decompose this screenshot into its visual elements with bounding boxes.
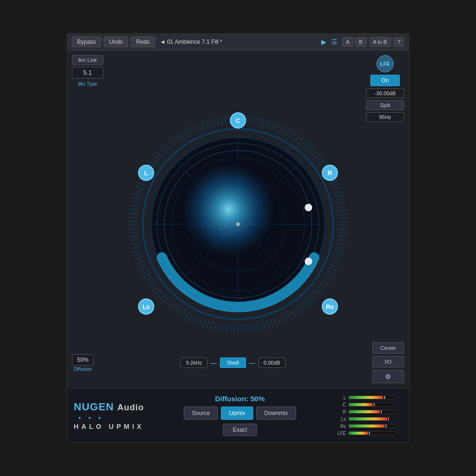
vu-peak-tick bbox=[381, 410, 382, 414]
channel-ls[interactable]: Ls bbox=[138, 298, 154, 315]
list-icon[interactable]: ☰ bbox=[331, 38, 337, 46]
vu-bar bbox=[349, 403, 373, 406]
exact-button[interactable]: Exact bbox=[223, 424, 257, 436]
vu-bar-container bbox=[348, 403, 396, 407]
source-button[interactable]: Source bbox=[184, 407, 218, 420]
channel-rs[interactable]: Rs bbox=[322, 298, 338, 315]
brand-gen: GEN bbox=[90, 401, 114, 413]
right-buttons: Center I/O ⚙ bbox=[372, 342, 404, 383]
gear-button[interactable]: ⚙ bbox=[372, 370, 404, 383]
lfe-on-button[interactable]: On bbox=[370, 75, 400, 86]
vu-bar-container bbox=[348, 431, 396, 435]
mode-buttons: Source Upmix Downmix bbox=[184, 407, 296, 420]
vu-peak-tick bbox=[374, 403, 375, 407]
eq-bar: 9.2kHz — Shelf — 0.00dB bbox=[180, 357, 285, 368]
arrow-right-icon: — bbox=[249, 359, 256, 367]
vu-bar bbox=[349, 432, 368, 435]
brand-halo: HALO UPMIX bbox=[74, 423, 144, 430]
undo-button[interactable]: Undo bbox=[104, 37, 128, 47]
vu-bar bbox=[349, 417, 387, 420]
mix-type-label: Mix Type bbox=[72, 81, 103, 87]
bottom-controls: 50% Diffusion 9.2kHz — Shelf — 0.00dB Ce… bbox=[72, 342, 404, 383]
svg-point-21 bbox=[305, 258, 312, 265]
channel-l[interactable]: L bbox=[138, 165, 154, 181]
eq-type-button[interactable]: Shelf bbox=[220, 357, 246, 368]
diffusion-readout: Diffusion: 50% bbox=[215, 395, 265, 403]
brand-name: NUGEN Audio bbox=[74, 401, 144, 413]
vu-row: L bbox=[336, 395, 402, 400]
lfe-panel: LFE On -30.00dB Split 95Hz bbox=[366, 55, 404, 122]
vu-label: C bbox=[336, 402, 346, 407]
vu-label: L bbox=[336, 395, 346, 400]
brand-area: NUGEN Audio • • • HALO UPMIX bbox=[74, 401, 144, 430]
vu-bar bbox=[349, 425, 385, 427]
vu-label: Ls bbox=[336, 416, 346, 422]
vu-label: R bbox=[336, 409, 346, 415]
vu-peak-tick bbox=[388, 417, 389, 421]
eq-freq: 9.2kHz bbox=[180, 357, 207, 368]
vu-row: LFE bbox=[336, 431, 402, 436]
diffusion-value: 50% bbox=[72, 354, 94, 366]
radar-container: C L R Ls Rs bbox=[124, 110, 352, 338]
toolbar: Bypass Undo Redo ◄ 01 Ambience 7.1 Fill … bbox=[67, 34, 409, 50]
upmix-button[interactable]: Upmix bbox=[221, 407, 253, 420]
vu-bar-container bbox=[348, 417, 396, 421]
atob-button[interactable]: A to B bbox=[369, 37, 391, 47]
diffusion-label: Diffusion bbox=[72, 367, 94, 372]
vu-peak-tick bbox=[386, 424, 387, 428]
play-icon[interactable]: ▶ bbox=[321, 38, 327, 46]
vu-meters: LCRLsRsLFE bbox=[336, 395, 402, 436]
vu-peak-tick bbox=[384, 396, 385, 399]
vu-bar-container bbox=[348, 424, 396, 428]
vu-label: Rs bbox=[336, 424, 346, 429]
vu-label: LFE bbox=[336, 431, 346, 436]
b-button[interactable]: B bbox=[355, 37, 366, 47]
lfe-split-button[interactable]: Split bbox=[366, 100, 404, 110]
vu-row: R bbox=[336, 409, 402, 415]
vu-bar bbox=[349, 396, 383, 399]
left-controls: Arc Link 5.1 Mix Type bbox=[72, 55, 103, 87]
a-button[interactable]: A bbox=[342, 37, 353, 47]
center-button[interactable]: Center bbox=[372, 342, 404, 354]
channel-c[interactable]: C bbox=[230, 112, 246, 129]
radar-svg bbox=[124, 110, 352, 338]
vu-row: Rs bbox=[336, 424, 402, 429]
eq-gain: 0.00dB bbox=[258, 357, 286, 368]
main-area: Arc Link 5.1 Mix Type LFE On -30.00dB Sp… bbox=[67, 50, 409, 388]
lfe-db-value: -30.00dB bbox=[366, 89, 404, 98]
brand-nu: NU bbox=[74, 401, 90, 413]
mix-type-display: 5.1 bbox=[72, 67, 103, 79]
svg-point-20 bbox=[305, 204, 312, 211]
bypass-button[interactable]: Bypass bbox=[72, 37, 101, 47]
preset-name: ◄ 01 Ambience 7.1 Fill * bbox=[160, 39, 318, 45]
center-bottom: Diffusion: 50% Source Upmix Downmix Exac… bbox=[152, 395, 328, 436]
vu-bar-container bbox=[348, 396, 396, 399]
ab-group: A B bbox=[342, 37, 367, 47]
svg-point-16 bbox=[177, 161, 291, 276]
diffusion-control: 50% Diffusion bbox=[72, 354, 94, 372]
redo-button[interactable]: Redo bbox=[131, 37, 155, 47]
svg-point-22 bbox=[236, 222, 240, 226]
lfe-hz-value: 95Hz bbox=[366, 112, 404, 122]
lfe-label[interactable]: LFE bbox=[377, 55, 394, 72]
vu-peak-tick bbox=[369, 431, 370, 435]
arrow-left-icon: — bbox=[210, 359, 217, 367]
brand-dots: • • • bbox=[74, 414, 144, 422]
io-button[interactable]: I/O bbox=[372, 356, 404, 367]
vu-row: C bbox=[336, 402, 402, 407]
arc-link-button[interactable]: Arc Link bbox=[72, 55, 103, 65]
help-button[interactable]: ? bbox=[394, 37, 404, 47]
brand-audio: Audio bbox=[118, 403, 144, 412]
plugin-container: Bypass Undo Redo ◄ 01 Ambience 7.1 Fill … bbox=[67, 33, 409, 443]
vu-bar bbox=[349, 410, 380, 413]
vu-bar-container bbox=[348, 410, 396, 414]
bottom-bar: NUGEN Audio • • • HALO UPMIX Diffusion: … bbox=[67, 388, 409, 442]
channel-r[interactable]: R bbox=[322, 165, 338, 181]
downmix-button[interactable]: Downmix bbox=[256, 407, 296, 420]
vu-row: Ls bbox=[336, 416, 402, 422]
